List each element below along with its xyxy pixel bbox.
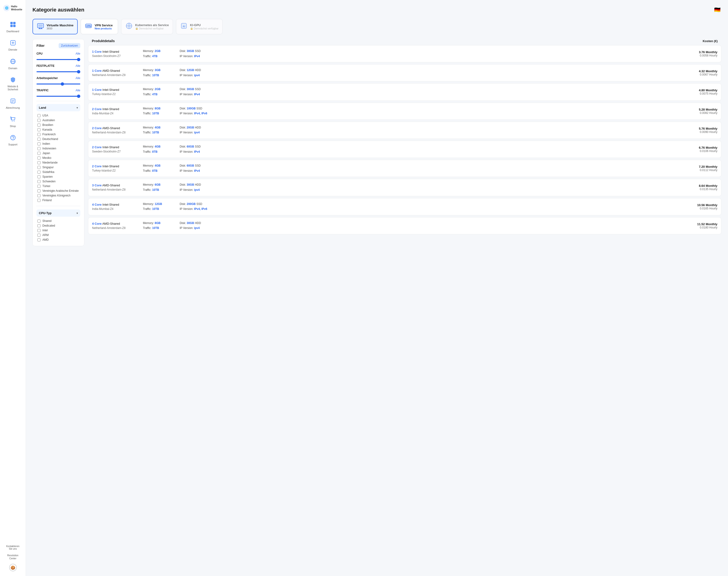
category-tab-vm[interactable]: Virtuelle Maschine 3650 bbox=[32, 19, 78, 34]
product-row[interactable]: 1 Core Intel-Shared Turkey-Istanbul-Z2 M… bbox=[88, 83, 721, 100]
cpu-typ-checkbox-item[interactable]: Shared bbox=[36, 219, 80, 223]
land-checkbox-item[interactable]: Finland bbox=[36, 198, 80, 203]
product-price-monthly: 6.76 Monthly bbox=[692, 146, 718, 149]
sidebar-item-support[interactable]: Support bbox=[2, 131, 24, 148]
filter-traffic-label: TRAFFIC bbox=[36, 89, 49, 92]
land-header[interactable]: Land ▾ bbox=[36, 104, 80, 111]
cpu-typ-checkbox-item[interactable]: Dedicated bbox=[36, 223, 80, 228]
category-tab-vpn[interactable]: VPN VPN Service New products bbox=[81, 19, 118, 34]
cpu-typ-checkbox-item[interactable]: Intel bbox=[36, 228, 80, 233]
land-checkbox-item[interactable]: Deutschland bbox=[36, 137, 80, 141]
land-checkbox[interactable] bbox=[37, 180, 41, 183]
product-row[interactable]: 2 Core AMD-Shared Netherland-Amsterdam-Z… bbox=[88, 122, 721, 139]
cpu-typ-checkbox[interactable] bbox=[37, 234, 41, 237]
product-disk-line: Disk: 12GB HDD bbox=[180, 68, 217, 73]
land-checkbox-item[interactable]: Brasilien bbox=[36, 123, 80, 127]
product-memory-val: 2GB bbox=[155, 50, 161, 53]
land-checkbox-item[interactable]: Südafrika bbox=[36, 170, 80, 174]
land-checkbox[interactable] bbox=[37, 119, 41, 122]
land-checkbox[interactable] bbox=[37, 199, 41, 202]
sidebar-item-shop[interactable]: Shop bbox=[2, 113, 24, 130]
svg-text:VPN: VPN bbox=[86, 25, 91, 28]
product-row[interactable]: 3 Core AMD-Shared Netherland-Amsterdam-Z… bbox=[88, 179, 721, 196]
product-core: 1 Core bbox=[92, 50, 102, 53]
product-location: India-Mumbai-Z4 bbox=[92, 207, 139, 210]
festplatte-slider[interactable] bbox=[36, 71, 80, 72]
product-row[interactable]: 2 Core Intel-Shared India-Mumbai-Z4 Memo… bbox=[88, 103, 721, 120]
product-type: Intel-Shared bbox=[102, 203, 119, 206]
land-checkbox[interactable] bbox=[37, 142, 41, 145]
cpu-typ-checkbox-item[interactable]: AMD bbox=[36, 237, 80, 242]
land-checkbox[interactable] bbox=[37, 171, 41, 174]
land-checkbox-item[interactable]: Vereinigtes Königreich bbox=[36, 193, 80, 198]
filter-traffic-all[interactable]: Alle bbox=[76, 89, 80, 92]
land-checkbox[interactable] bbox=[37, 185, 41, 188]
product-row[interactable]: 4 Core AMD-Shared Netherland-Amsterdam-Z… bbox=[88, 217, 721, 234]
product-row[interactable]: 1 Core Intel-Shared Sweden-Stockholm-Z7 … bbox=[88, 45, 721, 62]
product-row[interactable]: 1 Core AMD-Shared Netherland-Amsterdam-Z… bbox=[88, 64, 721, 81]
land-checkbox[interactable] bbox=[37, 128, 41, 131]
land-checkbox[interactable] bbox=[37, 123, 41, 126]
land-checkbox-item[interactable]: Kanada bbox=[36, 127, 80, 132]
cpu-typ-checkbox[interactable] bbox=[37, 224, 41, 227]
sidebar-contact[interactable]: KontaktierenSie uns bbox=[4, 543, 21, 552]
product-name: 3 Core AMD-Shared bbox=[92, 183, 139, 187]
cpu-typ-header[interactable]: CPU-Typ ▾ bbox=[36, 209, 80, 217]
cpu-typ-checkbox-item[interactable]: ARM bbox=[36, 233, 80, 237]
land-checkbox-item[interactable]: Indien bbox=[36, 141, 80, 146]
sidebar-resolution[interactable]: ResolutionCenter bbox=[5, 552, 20, 562]
product-row[interactable]: 4 Core Intel-Shared India-Mumbai-Z4 Memo… bbox=[88, 198, 721, 215]
category-tab-ki-gpu[interactable]: AI KI-GPU 🔒 Demnächst verfügbar bbox=[176, 19, 223, 34]
arbeitsspeicher-slider[interactable] bbox=[36, 84, 80, 84]
sidebar-item-domain[interactable]: Domain bbox=[2, 55, 24, 72]
land-checkbox-item[interactable]: Mexiko bbox=[36, 155, 80, 160]
product-row[interactable]: 2 Core Intel-Shared Sweden-Stockholm-Z7 … bbox=[88, 141, 721, 158]
product-memory: Memory: 2GB Traffic: 4TB bbox=[143, 49, 176, 59]
land-checkbox-item[interactable]: Australien bbox=[36, 118, 80, 123]
category-tab-kubernetes[interactable]: Kubernetes als Service 🔒 Demnächst verfü… bbox=[121, 19, 173, 34]
language-flag[interactable]: 🇩🇪 bbox=[713, 6, 721, 14]
land-checkbox-item[interactable]: Singapur bbox=[36, 165, 80, 170]
land-checkbox-item[interactable]: Niederlande bbox=[36, 160, 80, 165]
land-checkbox[interactable] bbox=[37, 190, 41, 193]
product-traffic-val: 10TB bbox=[152, 112, 159, 115]
cpu-typ-checkbox[interactable] bbox=[37, 238, 41, 241]
sidebar-item-dienste[interactable]: Dienste bbox=[2, 36, 24, 54]
cpu-typ-checkbox[interactable] bbox=[37, 220, 41, 223]
product-name: 1 Core Intel-Shared bbox=[92, 88, 139, 91]
product-memory: Memory: 8GB Traffic: 10TB bbox=[143, 106, 176, 116]
land-checkbox-item[interactable]: USA bbox=[36, 113, 80, 118]
sidebar-item-dashboard[interactable]: Dashboard bbox=[2, 18, 24, 35]
product-memory: Memory: 4GB Traffic: 10TB bbox=[143, 125, 176, 135]
land-checkbox[interactable] bbox=[37, 152, 41, 155]
land-checkbox-item[interactable]: Japan bbox=[36, 151, 80, 155]
land-checkbox-item[interactable]: Türkei bbox=[36, 184, 80, 189]
filter-arbeitsspeicher-all[interactable]: Alle bbox=[76, 77, 80, 80]
land-checkbox[interactable] bbox=[37, 114, 41, 117]
sidebar-item-abrechnung[interactable]: Abrechnung bbox=[2, 94, 24, 112]
land-checkbox-item[interactable]: Vereinigte Arabische Emirate bbox=[36, 189, 80, 193]
sidebar-cookie-icon[interactable]: 🍪 bbox=[9, 564, 17, 571]
land-checkbox[interactable] bbox=[37, 194, 41, 197]
sidebar-item-website-sicherheit[interactable]: Website &Sicherheit bbox=[2, 73, 24, 93]
product-ip-line: IP Version: IPv4 bbox=[180, 149, 217, 154]
land-checkbox-item[interactable]: Spanien bbox=[36, 174, 80, 179]
cpu-slider[interactable] bbox=[36, 59, 80, 60]
land-checkbox[interactable] bbox=[37, 156, 41, 160]
land-checkbox[interactable] bbox=[37, 147, 41, 150]
land-checkbox-item[interactable]: Indonesien bbox=[36, 146, 80, 151]
traffic-slider[interactable] bbox=[36, 96, 80, 97]
land-checkbox[interactable] bbox=[37, 133, 41, 136]
land-checkbox[interactable] bbox=[37, 138, 41, 141]
filter-festplatte-all[interactable]: Alle bbox=[76, 64, 80, 67]
cpu-typ-checkbox[interactable] bbox=[37, 229, 41, 232]
land-checkbox[interactable] bbox=[37, 161, 41, 164]
product-ip-val: ipv4 bbox=[194, 188, 200, 192]
land-checkbox[interactable] bbox=[37, 175, 41, 178]
filter-reset-button[interactable]: Zurücksetzen bbox=[59, 43, 80, 48]
land-checkbox-item[interactable]: Frankreich bbox=[36, 132, 80, 137]
land-checkbox[interactable] bbox=[37, 166, 41, 169]
filter-cpu-all[interactable]: Alle bbox=[76, 52, 80, 55]
land-checkbox-item[interactable]: Schweden bbox=[36, 179, 80, 184]
product-row[interactable]: 2 Core Intel-Shared Turkey-Istanbul-Z2 M… bbox=[88, 160, 721, 177]
